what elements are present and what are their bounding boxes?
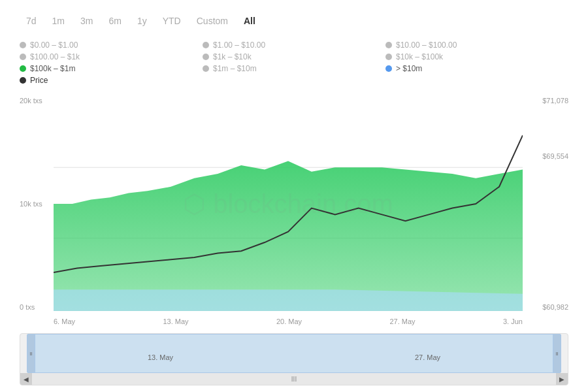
time-btn-7d[interactable]: 7d (20, 13, 43, 29)
legend-dot-2 (385, 42, 392, 48)
x-label-5: 3. Jun (503, 318, 523, 325)
scroll-right-arrow[interactable]: ▶ (556, 373, 568, 385)
legend: $0.00 – $1.00$1.00 – $10.00$10.00 – $100… (20, 41, 568, 85)
time-btn-1m[interactable]: 1m (46, 13, 71, 29)
y-axis-right: $71,078 $69,554 $60,982 (542, 97, 568, 325)
legend-item-2: $10.00 – $100.00 (385, 41, 568, 50)
chart-inner: ⬡ blockchain.com (54, 97, 523, 311)
x-label-2: 13. May (163, 318, 188, 325)
legend-item-8: > $10m (385, 64, 568, 73)
legend-item-9: Price (20, 76, 203, 85)
y-label-bot: 0 txs (20, 303, 42, 311)
time-btn-6m[interactable]: 6m (102, 13, 127, 29)
legend-label-6: $100k – $1m (30, 64, 75, 73)
legend-item-4: $1k – $10k (203, 52, 385, 61)
scrollbar-mid-label: III (291, 376, 297, 383)
legend-item-6: $100k – $1m (20, 64, 203, 73)
legend-dot-3 (20, 54, 26, 60)
legend-label-7: $1m – $10m (213, 64, 257, 73)
y-right-2: $69,554 (542, 152, 568, 160)
chart-svg (54, 97, 523, 311)
scrollbar-handle[interactable]: II II (27, 334, 561, 373)
y-label-top: 20k txs (20, 97, 42, 105)
time-btn-custom[interactable]: Custom (190, 13, 235, 29)
legend-dot-5 (385, 54, 392, 60)
time-btn-all[interactable]: All (237, 13, 262, 29)
scroll-left-arrow[interactable]: ◀ (20, 373, 32, 385)
y-right-5: $60,982 (542, 303, 568, 311)
y-axis-left: 20k txs 10k txs 0 txs (20, 97, 42, 325)
scrollbar-left-handle[interactable]: II (27, 335, 35, 372)
time-btn-ytd[interactable]: YTD (156, 13, 188, 29)
x-label-1: 6. May (54, 318, 75, 325)
legend-item-7: $1m – $10m (203, 64, 385, 73)
legend-label-0: $0.00 – $1.00 (30, 41, 78, 50)
legend-label-2: $10.00 – $100.00 (396, 41, 457, 50)
time-range-bar: 7d1m3m6m1yYTDCustomAll (20, 13, 568, 29)
x-label-4: 27. May (389, 318, 415, 325)
legend-dot-6 (20, 65, 26, 72)
legend-label-9: Price (30, 76, 48, 85)
legend-label-3: $100.00 – $1k (30, 52, 80, 61)
legend-dot-7 (203, 65, 209, 72)
time-btn-1y[interactable]: 1y (131, 13, 154, 29)
x-axis-labels: 6. May 13. May 20. May 27. May 3. Jun (54, 318, 523, 325)
legend-label-4: $1k – $10k (213, 52, 252, 61)
y-label-mid: 10k txs (20, 200, 42, 208)
time-btn-3m[interactable]: 3m (74, 13, 99, 29)
chart-wrapper: 20k txs 10k txs 0 txs $71,078 $69,554 $6… (20, 97, 568, 325)
scrollbar-right-handle[interactable]: II (553, 335, 561, 372)
legend-dot-8 (385, 65, 392, 72)
legend-dot-4 (203, 54, 209, 60)
legend-item-3: $100.00 – $1k (20, 52, 203, 61)
scrollbar-section[interactable]: II II III ◀ ▶ 13. May 27. May (20, 333, 568, 385)
legend-item-5: $10k – $100k (385, 52, 568, 61)
legend-label-5: $10k – $100k (396, 52, 443, 61)
main-container: 7d1m3m6m1yYTDCustomAll $0.00 – $1.00$1.0… (0, 0, 588, 392)
legend-dot-9 (20, 77, 26, 84)
y-right-1: $71,078 (542, 97, 568, 105)
legend-item-1: $1.00 – $10.00 (203, 41, 385, 50)
legend-item-0: $0.00 – $1.00 (20, 41, 203, 50)
legend-label-8: > $10m (396, 64, 422, 73)
x-label-3: 20. May (276, 318, 302, 325)
scrollbar-bottom: III (20, 373, 568, 385)
legend-dot-0 (20, 42, 26, 48)
legend-dot-1 (203, 42, 209, 48)
legend-label-1: $1.00 – $10.00 (213, 41, 265, 50)
